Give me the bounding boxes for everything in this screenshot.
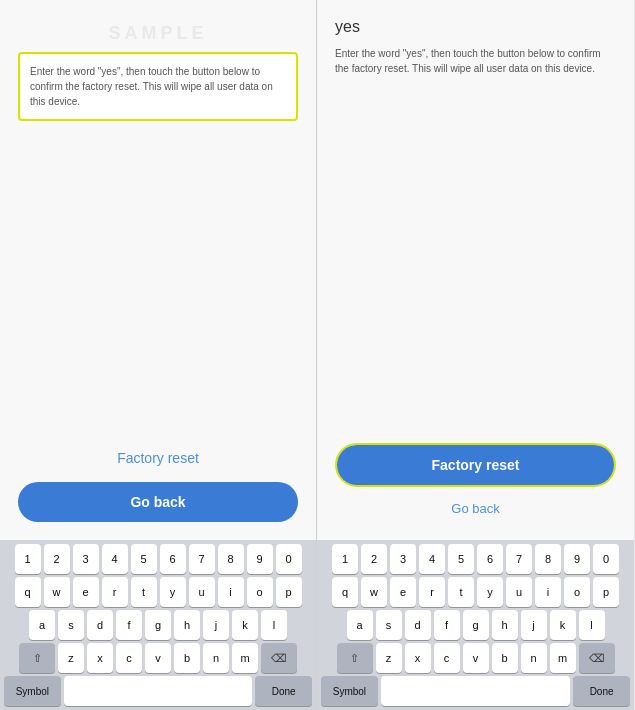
- left-go-back-button[interactable]: Go back: [18, 482, 298, 522]
- key-g[interactable]: g: [145, 610, 171, 640]
- key-p[interactable]: p: [276, 577, 302, 607]
- left-kb-row-numbers: 1 2 3 4 5 6 7 8 9 0: [2, 544, 314, 574]
- r-key-5[interactable]: 5: [448, 544, 474, 574]
- right-keyboard: 1 2 3 4 5 6 7 8 9 0 q w e r t y u i o p …: [317, 540, 634, 710]
- r-key-9[interactable]: 9: [564, 544, 590, 574]
- r-key-r[interactable]: r: [419, 577, 445, 607]
- key-f[interactable]: f: [116, 610, 142, 640]
- right-factory-reset-button[interactable]: Factory reset: [337, 445, 614, 485]
- key-i[interactable]: i: [218, 577, 244, 607]
- left-panel: SAMPLE Enter the word "yes", then touch …: [0, 0, 317, 710]
- key-j[interactable]: j: [203, 610, 229, 640]
- r-key-k[interactable]: k: [550, 610, 576, 640]
- right-screen: yes Enter the word "yes", then touch the…: [317, 0, 634, 540]
- r-key-z[interactable]: z: [376, 643, 402, 673]
- r-key-u[interactable]: u: [506, 577, 532, 607]
- r-key-q[interactable]: q: [332, 577, 358, 607]
- key-c[interactable]: c: [116, 643, 142, 673]
- left-symbol-key[interactable]: Symbol: [4, 676, 61, 706]
- key-s[interactable]: s: [58, 610, 84, 640]
- key-h[interactable]: h: [174, 610, 200, 640]
- r-key-4[interactable]: 4: [419, 544, 445, 574]
- r-key-n[interactable]: n: [521, 643, 547, 673]
- key-v[interactable]: v: [145, 643, 171, 673]
- key-3[interactable]: 3: [73, 544, 99, 574]
- key-d[interactable]: d: [87, 610, 113, 640]
- right-shift-key[interactable]: ⇧: [337, 643, 373, 673]
- key-o[interactable]: o: [247, 577, 273, 607]
- right-kb-row-asdf: a s d f g h j k l: [319, 610, 632, 640]
- key-9[interactable]: 9: [247, 544, 273, 574]
- key-x[interactable]: x: [87, 643, 113, 673]
- right-go-back-button[interactable]: Go back: [335, 495, 616, 522]
- r-key-g[interactable]: g: [463, 610, 489, 640]
- r-key-h[interactable]: h: [492, 610, 518, 640]
- key-z[interactable]: z: [58, 643, 84, 673]
- right-done-key[interactable]: Done: [573, 676, 630, 706]
- right-factory-reset-highlight: Factory reset: [335, 443, 616, 487]
- left-done-key[interactable]: Done: [255, 676, 312, 706]
- left-factory-reset-button[interactable]: Factory reset: [18, 442, 298, 474]
- key-7[interactable]: 7: [189, 544, 215, 574]
- r-key-i[interactable]: i: [535, 577, 561, 607]
- key-0[interactable]: 0: [276, 544, 302, 574]
- key-m[interactable]: m: [232, 643, 258, 673]
- key-b[interactable]: b: [174, 643, 200, 673]
- r-key-o[interactable]: o: [564, 577, 590, 607]
- r-key-c[interactable]: c: [434, 643, 460, 673]
- right-symbol-key[interactable]: Symbol: [321, 676, 378, 706]
- key-t[interactable]: t: [131, 577, 157, 607]
- key-6[interactable]: 6: [160, 544, 186, 574]
- key-n[interactable]: n: [203, 643, 229, 673]
- key-l[interactable]: l: [261, 610, 287, 640]
- r-key-f[interactable]: f: [434, 610, 460, 640]
- r-key-t[interactable]: t: [448, 577, 474, 607]
- left-screen: SAMPLE Enter the word "yes", then touch …: [0, 0, 316, 540]
- r-key-d[interactable]: d: [405, 610, 431, 640]
- key-8[interactable]: 8: [218, 544, 244, 574]
- left-watermark: SAMPLE: [18, 18, 298, 48]
- right-kb-bottom: Symbol Done: [319, 676, 632, 706]
- left-shift-key[interactable]: ⇧: [19, 643, 55, 673]
- key-k[interactable]: k: [232, 610, 258, 640]
- key-1[interactable]: 1: [15, 544, 41, 574]
- key-q[interactable]: q: [15, 577, 41, 607]
- r-key-w[interactable]: w: [361, 577, 387, 607]
- r-key-s[interactable]: s: [376, 610, 402, 640]
- left-backspace-key[interactable]: ⌫: [261, 643, 297, 673]
- right-space-key[interactable]: [381, 676, 570, 706]
- key-5[interactable]: 5: [131, 544, 157, 574]
- r-key-0[interactable]: 0: [593, 544, 619, 574]
- key-4[interactable]: 4: [102, 544, 128, 574]
- r-key-b[interactable]: b: [492, 643, 518, 673]
- r-key-7[interactable]: 7: [506, 544, 532, 574]
- right-kb-row-numbers: 1 2 3 4 5 6 7 8 9 0: [319, 544, 632, 574]
- key-y[interactable]: y: [160, 577, 186, 607]
- r-key-1[interactable]: 1: [332, 544, 358, 574]
- left-space-key[interactable]: [64, 676, 253, 706]
- r-key-8[interactable]: 8: [535, 544, 561, 574]
- right-panel: yes Enter the word "yes", then touch the…: [317, 0, 634, 710]
- r-key-l[interactable]: l: [579, 610, 605, 640]
- r-key-2[interactable]: 2: [361, 544, 387, 574]
- left-instruction-box: Enter the word "yes", then touch the but…: [18, 52, 298, 121]
- key-2[interactable]: 2: [44, 544, 70, 574]
- r-key-x[interactable]: x: [405, 643, 431, 673]
- r-key-y[interactable]: y: [477, 577, 503, 607]
- key-e[interactable]: e: [73, 577, 99, 607]
- r-key-j[interactable]: j: [521, 610, 547, 640]
- r-key-e[interactable]: e: [390, 577, 416, 607]
- r-key-a[interactable]: a: [347, 610, 373, 640]
- key-r[interactable]: r: [102, 577, 128, 607]
- r-key-3[interactable]: 3: [390, 544, 416, 574]
- right-screen-title: yes: [335, 18, 616, 36]
- key-a[interactable]: a: [29, 610, 55, 640]
- key-w[interactable]: w: [44, 577, 70, 607]
- right-backspace-key[interactable]: ⌫: [579, 643, 615, 673]
- r-key-6[interactable]: 6: [477, 544, 503, 574]
- r-key-v[interactable]: v: [463, 643, 489, 673]
- right-kb-row-zxcv: ⇧ z x c v b n m ⌫: [319, 643, 632, 673]
- r-key-m[interactable]: m: [550, 643, 576, 673]
- r-key-p[interactable]: p: [593, 577, 619, 607]
- key-u[interactable]: u: [189, 577, 215, 607]
